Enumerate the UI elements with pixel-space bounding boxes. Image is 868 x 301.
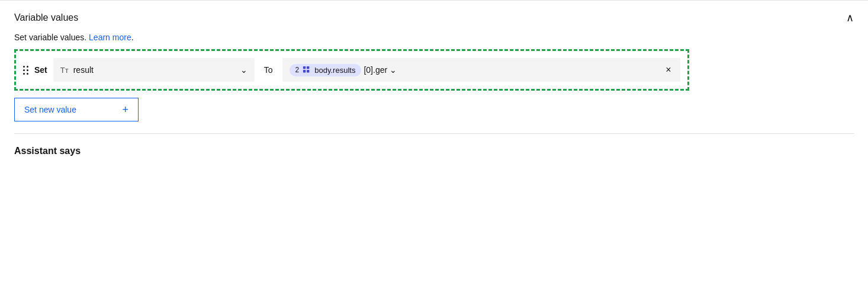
drag-dot — [27, 73, 28, 75]
value-badge: 2 body.results — [290, 64, 362, 76]
variable-row-container: Set Tт result ⌄ To 2 — [14, 49, 689, 91]
set-new-value-label: Set new value — [24, 105, 76, 114]
drag-dot — [23, 73, 25, 75]
path-chevron-icon[interactable]: ⌄ — [390, 65, 397, 75]
collapse-icon[interactable]: ∧ — [846, 12, 854, 23]
badge-number: 2 — [295, 66, 300, 74]
set-keyword: Set — [34, 65, 47, 75]
drag-dot — [23, 69, 25, 71]
divider — [14, 133, 854, 134]
section-title: Variable values — [14, 12, 78, 23]
path-text: [0].ger — [364, 65, 387, 75]
variable-dropdown[interactable]: Tт result ⌄ — [53, 58, 255, 82]
variable-name: result — [73, 65, 236, 75]
svg-rect-3 — [307, 70, 309, 72]
grid-icon — [303, 66, 311, 74]
svg-rect-0 — [303, 66, 306, 69]
section-header: Variable values ∧ — [14, 12, 854, 23]
to-label: To — [264, 65, 273, 75]
svg-rect-1 — [307, 66, 309, 69]
close-button[interactable]: × — [657, 58, 680, 82]
dropdown-chevron-icon: ⌄ — [240, 65, 247, 75]
svg-rect-2 — [303, 70, 306, 72]
period: . — [131, 33, 134, 42]
close-icon: × — [666, 65, 671, 75]
drag-dot — [23, 66, 25, 68]
drag-dot — [27, 69, 28, 71]
value-container[interactable]: 2 body.results [0].ger ⌄ — [282, 58, 657, 82]
variable-type-icon: Tт — [60, 66, 69, 75]
page-wrapper: Variable values ∧ Set variable values. L… — [0, 0, 868, 301]
drag-handle[interactable] — [23, 66, 28, 75]
drag-dot — [27, 66, 28, 68]
assistant-title: Assistant says — [14, 146, 81, 156]
variable-values-section: Variable values ∧ Set variable values. L… — [0, 0, 868, 134]
set-new-value-button[interactable]: Set new value + — [14, 98, 139, 121]
badge-text: body.results — [314, 66, 355, 75]
assistant-section: Assistant says — [0, 146, 868, 156]
section-description: Set variable values. Learn more. — [14, 33, 854, 42]
plus-icon: + — [122, 104, 128, 116]
description-text: Set variable values. — [14, 33, 86, 42]
learn-more-link[interactable]: Learn more — [89, 33, 131, 42]
